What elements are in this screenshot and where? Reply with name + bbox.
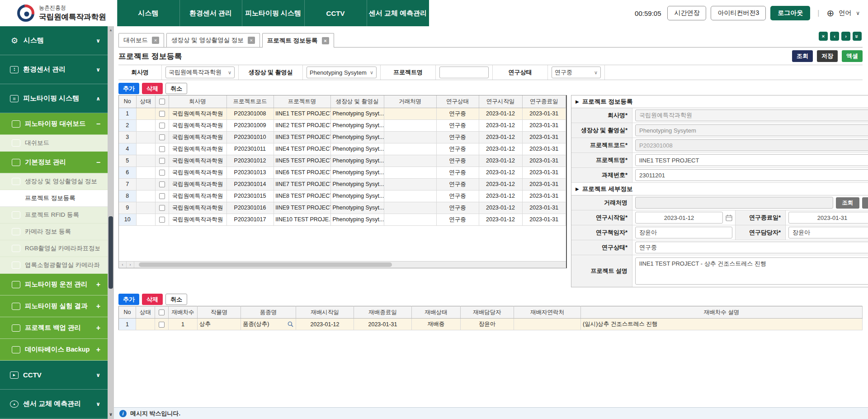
client-clear-button[interactable]: X <box>862 197 868 209</box>
sub-delete-button[interactable]: 삭제 <box>142 294 163 305</box>
close-all-tabs-button[interactable]: × <box>819 32 828 41</box>
page-vertical-scrollbar[interactable]: ▲ ∨ <box>108 26 114 419</box>
global-nav-item[interactable]: 환경센서 관리 <box>179 0 242 26</box>
table-row[interactable]: 9 국립원예특작과학원 P202301016 lINE9 TEST PROJEC… <box>119 202 566 214</box>
row-checkbox[interactable] <box>159 205 165 211</box>
sidebar-item[interactable]: 피노타이핑 실험 결과 <box>0 295 108 317</box>
select-all-checkbox[interactable] <box>159 309 165 315</box>
tab[interactable]: 프로젝트 정보등록 × <box>262 33 334 48</box>
table-row[interactable]: 8 국립원예특작과학원 P202301015 lINE8 TEST PROJEC… <box>119 190 566 202</box>
language-selector[interactable]: 언어 <box>839 9 851 17</box>
project-desc-textarea[interactable]: lINE1 TEST PROJECT - 상추 건조스트레스 진행 <box>635 257 868 285</box>
table-row[interactable]: 3 국립원예특작과학원 P202301010 lINE3 TEST PROJEC… <box>119 131 566 143</box>
extend-time-button[interactable]: 시간연장 <box>667 6 706 20</box>
project-filter-input[interactable] <box>439 67 489 78</box>
status-filter-select[interactable]: 연구중 ∨ <box>552 67 601 78</box>
vertical-scrollbar-thumb[interactable] <box>108 216 113 289</box>
table-row[interactable]: 6 국립원예특작과학원 P202301013 lINE6 TEST PROJEC… <box>119 167 566 178</box>
table-row[interactable]: 7 국립원예특작과학원 P202301014 lINE7 TEST PROJEC… <box>119 178 566 190</box>
sidebar-item[interactable]: 카메라 정보 등록 <box>0 224 108 240</box>
global-nav-item[interactable]: 피노타이핑 시스템 <box>242 0 304 26</box>
sidebar-item[interactable]: 기본정보 관리 <box>0 152 108 173</box>
next-tab-button[interactable]: › <box>841 32 850 41</box>
sidebar-item[interactable]: 시스템 <box>0 26 108 55</box>
scroll-left-icon[interactable]: ‹ <box>119 262 127 268</box>
sidebar-item[interactable]: 데이타베이스 Backup <box>0 339 108 361</box>
sub-cancel-button[interactable]: 취소 <box>165 294 187 305</box>
chamber-select[interactable]: Phenotyping Sysytem ∨ <box>635 124 868 136</box>
sidebar-item[interactable]: 환경센서 관리 <box>0 55 108 84</box>
user-button[interactable]: 아이티컨버전3 <box>711 6 766 20</box>
global-nav-item[interactable]: 센서 교체 예측관리 <box>367 0 429 26</box>
company-select[interactable]: 국립원예특작과학원 ∨ <box>635 110 868 121</box>
table-row[interactable]: 1 1 상추 품종(상추) 2023-01-12 2023-01-31 재 <box>119 319 863 330</box>
column-header[interactable] <box>155 95 169 108</box>
research-leader-input[interactable] <box>635 227 732 238</box>
horizontal-scrollbar-thumb[interactable] <box>139 262 392 267</box>
chevron-down-icon[interactable]: ∨ <box>856 10 860 16</box>
sidebar-item[interactable]: 프로젝트 백업 관리 <box>0 317 108 339</box>
save-button[interactable]: 저장 <box>817 50 838 62</box>
client-search-button[interactable]: 조회 <box>836 197 859 209</box>
project-code-input[interactable] <box>635 139 868 151</box>
sidebar-item[interactable]: 생장상 및 영상촬영실 정보 <box>0 173 108 190</box>
logout-button[interactable]: 로그아웃 <box>770 6 810 20</box>
sidebar-item[interactable]: 센서 교체 예측관리 <box>0 390 108 419</box>
sidebar-item[interactable]: 피노타이핑 대쉬보드 <box>0 113 108 135</box>
research-end-input[interactable] <box>788 212 868 224</box>
sidebar-item[interactable]: 프로젝트 RFID 등록 <box>0 207 108 224</box>
table-row[interactable]: 2 국립원예특작과학원 P202301009 lINE2 TEST PROJEC… <box>119 119 566 131</box>
research-start-input[interactable] <box>635 212 723 224</box>
row-checkbox[interactable] <box>159 170 165 176</box>
grid-horizontal-scrollbar[interactable]: ‹ › <box>119 261 566 268</box>
company-filter-select[interactable]: 국립원예특작과학원 ∨ <box>165 67 235 78</box>
select-all-checkbox[interactable] <box>159 99 165 105</box>
research-manager-input[interactable] <box>788 227 868 238</box>
row-checkbox[interactable] <box>159 158 165 164</box>
table-row[interactable]: 5 국립원예특작과학원 P202301012 lINE5 TEST PROJEC… <box>119 155 566 167</box>
add-button[interactable]: 추가 <box>118 83 139 94</box>
research-status-select[interactable]: 연구중 ∨ <box>635 242 868 253</box>
client-input[interactable] <box>635 197 833 209</box>
tab-close-icon[interactable]: × <box>322 37 329 44</box>
tab-close-icon[interactable]: × <box>248 37 255 44</box>
chamber-filter-select[interactable]: Phenotyping Sysytem ∨ <box>307 67 377 78</box>
row-checkbox[interactable] <box>159 123 165 129</box>
sidebar-item[interactable]: 피노타이핑 시스템 <box>0 84 108 113</box>
table-row[interactable]: 1 국립원예특작과학원 P202301008 lINE1 TEST PROJEC… <box>119 108 566 119</box>
sidebar-item[interactable]: CCTV <box>0 361 108 390</box>
table-row[interactable]: 10 국립원예특작과학원 P202301017 lINE10 TEST PROJ… <box>119 214 566 225</box>
row-checkbox[interactable] <box>159 111 165 117</box>
row-checkbox[interactable] <box>159 146 165 152</box>
row-checkbox[interactable] <box>159 193 165 199</box>
tab-close-icon[interactable]: × <box>152 37 159 44</box>
cancel-button[interactable]: 취소 <box>165 83 187 94</box>
table-row[interactable]: 4 국립원예특작과학원 P202301011 lINE4 TEST PROJEC… <box>119 143 566 155</box>
global-nav-item[interactable]: 시스템 <box>117 0 179 26</box>
sidebar-item[interactable]: 피노타이핑 운전 관리 <box>0 274 108 295</box>
sidebar-item[interactable]: 프로젝트 정보등록 <box>0 190 108 207</box>
calendar-icon[interactable] <box>726 214 732 221</box>
task-number-input[interactable] <box>635 169 868 181</box>
sub-add-button[interactable]: 추가 <box>118 294 139 305</box>
delete-button[interactable]: 삭제 <box>142 83 163 94</box>
prev-tab-button[interactable]: ‹ <box>830 32 839 41</box>
global-nav-item[interactable]: CCTV <box>304 0 367 26</box>
row-checkbox[interactable] <box>159 322 165 328</box>
project-name-input[interactable] <box>635 154 868 166</box>
row-checkbox[interactable] <box>159 134 165 140</box>
scroll-right-icon[interactable]: › <box>127 262 134 268</box>
scroll-up-icon[interactable]: ▲ <box>108 28 114 32</box>
column-header[interactable] <box>155 306 169 319</box>
tab[interactable]: 대쉬보드 × <box>118 33 164 47</box>
tab-list-button[interactable]: » <box>853 32 862 41</box>
excel-button[interactable]: 엑셀 <box>842 50 863 62</box>
sidebar-item[interactable]: 대쉬보드 <box>0 135 108 152</box>
sidebar-item[interactable]: RGB촬영실 카메라좌표정보 등록 <box>0 240 108 257</box>
row-checkbox[interactable] <box>159 217 165 223</box>
sidebar-item[interactable]: 엽록소형광촬영실 카메라좌표정보 등록 <box>0 257 108 274</box>
search-button[interactable]: 조회 <box>792 50 813 62</box>
search-icon[interactable] <box>288 321 293 327</box>
scroll-down-icon[interactable]: ∨ <box>108 412 114 417</box>
row-checkbox[interactable] <box>159 181 165 187</box>
